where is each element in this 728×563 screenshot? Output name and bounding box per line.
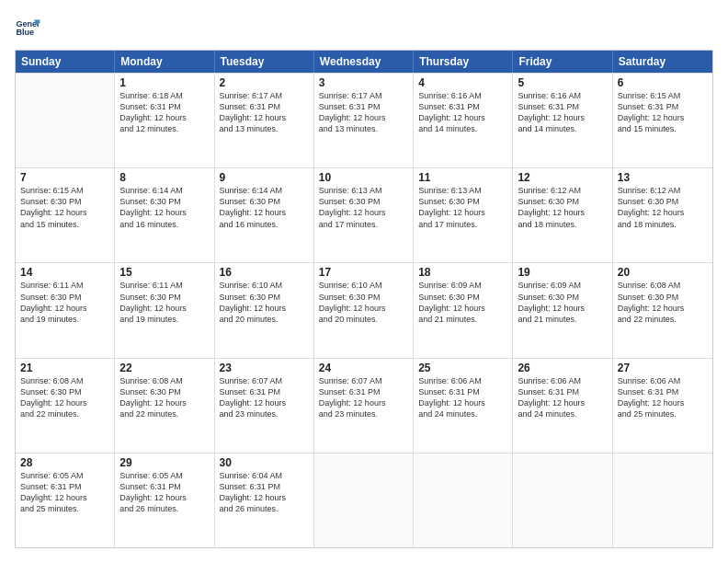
cell-info-line: Sunset: 6:30 PM bbox=[518, 196, 607, 207]
day-number: 11 bbox=[418, 171, 507, 184]
day-number: 21 bbox=[20, 362, 109, 374]
day-cell-1: 1Sunrise: 6:18 AMSunset: 6:31 PMDaylight… bbox=[115, 74, 214, 167]
day-number: 30 bbox=[220, 456, 309, 469]
cell-info-line: Sunrise: 6:13 AM bbox=[418, 185, 507, 196]
day-cell-5: 5Sunrise: 6:16 AMSunset: 6:31 PMDaylight… bbox=[513, 74, 612, 167]
day-cell-22: 22Sunrise: 6:08 AMSunset: 6:30 PMDayligh… bbox=[115, 359, 214, 453]
cell-info-line: Daylight: 12 hours bbox=[220, 492, 309, 503]
cell-info-line: Daylight: 12 hours bbox=[518, 303, 607, 314]
day-cell-9: 9Sunrise: 6:14 AMSunset: 6:30 PMDaylight… bbox=[215, 168, 314, 262]
day-cell-16: 16Sunrise: 6:10 AMSunset: 6:30 PMDayligh… bbox=[215, 263, 314, 357]
cell-info-line: Sunset: 6:30 PM bbox=[618, 292, 708, 303]
cell-info-line: Sunset: 6:31 PM bbox=[319, 101, 408, 112]
cell-info-line: Daylight: 12 hours bbox=[618, 112, 708, 123]
day-cell-8: 8Sunrise: 6:14 AMSunset: 6:30 PMDaylight… bbox=[115, 168, 214, 262]
cell-info-line: and 22 minutes. bbox=[618, 314, 708, 325]
cell-info-line: Sunset: 6:30 PM bbox=[220, 292, 309, 303]
cell-info-line: Sunrise: 6:10 AM bbox=[319, 280, 408, 291]
cell-info-line: Sunrise: 6:08 AM bbox=[119, 375, 209, 386]
day-number: 28 bbox=[20, 456, 109, 469]
cell-info-line: Sunset: 6:31 PM bbox=[518, 101, 607, 112]
cell-info-line: Daylight: 12 hours bbox=[618, 303, 708, 314]
cell-info-line: Sunset: 6:30 PM bbox=[119, 196, 209, 207]
cell-info-line: Daylight: 12 hours bbox=[20, 207, 109, 218]
cell-info-line: Daylight: 12 hours bbox=[319, 397, 408, 408]
day-number: 22 bbox=[119, 362, 209, 374]
cell-info-line: Daylight: 12 hours bbox=[418, 397, 507, 408]
cell-info-line: and 19 minutes. bbox=[20, 314, 109, 325]
header-cell-sunday: Sunday bbox=[16, 51, 115, 73]
cell-info-line: Sunset: 6:30 PM bbox=[418, 292, 507, 303]
cell-info-line: Sunset: 6:31 PM bbox=[618, 386, 708, 397]
cell-info-line: Sunset: 6:31 PM bbox=[220, 481, 309, 492]
cell-info-line: and 23 minutes. bbox=[220, 408, 309, 419]
empty-cell bbox=[513, 454, 612, 547]
cell-info-line: Sunset: 6:31 PM bbox=[220, 386, 309, 397]
day-number: 26 bbox=[518, 362, 607, 374]
cell-info-line: Sunrise: 6:14 AM bbox=[119, 185, 209, 196]
cell-info-line: and 15 minutes. bbox=[618, 123, 708, 134]
day-number: 8 bbox=[119, 171, 209, 184]
empty-cell bbox=[613, 454, 712, 547]
cell-info-line: Sunset: 6:30 PM bbox=[119, 292, 209, 303]
empty-cell bbox=[16, 74, 115, 167]
cell-info-line: Sunrise: 6:18 AM bbox=[119, 90, 209, 101]
day-number: 23 bbox=[220, 362, 309, 374]
empty-cell bbox=[414, 454, 513, 547]
header-cell-tuesday: Tuesday bbox=[215, 51, 314, 73]
calendar: SundayMondayTuesdayWednesdayThursdayFrid… bbox=[15, 50, 713, 548]
day-cell-21: 21Sunrise: 6:08 AMSunset: 6:30 PMDayligh… bbox=[16, 359, 115, 453]
day-number: 15 bbox=[119, 266, 209, 279]
day-cell-10: 10Sunrise: 6:13 AMSunset: 6:30 PMDayligh… bbox=[314, 168, 414, 262]
cell-info-line: Daylight: 12 hours bbox=[518, 112, 607, 123]
cell-info-line: Daylight: 12 hours bbox=[220, 207, 309, 218]
day-number: 9 bbox=[220, 171, 309, 184]
cell-info-line: and 24 minutes. bbox=[418, 408, 507, 419]
day-number: 24 bbox=[319, 362, 408, 374]
day-number: 17 bbox=[319, 266, 408, 279]
cell-info-line: Daylight: 12 hours bbox=[20, 303, 109, 314]
cell-info-line: Sunrise: 6:12 AM bbox=[618, 185, 708, 196]
day-number: 16 bbox=[220, 266, 309, 279]
empty-cell bbox=[314, 454, 414, 547]
cell-info-line: Daylight: 12 hours bbox=[319, 303, 408, 314]
cell-info-line: Sunrise: 6:07 AM bbox=[220, 375, 309, 386]
cell-info-line: Sunset: 6:31 PM bbox=[119, 101, 209, 112]
cell-info-line: and 17 minutes. bbox=[319, 219, 408, 230]
cell-info-line: and 21 minutes. bbox=[518, 314, 607, 325]
cell-info-line: and 23 minutes. bbox=[319, 408, 408, 419]
cell-info-line: and 15 minutes. bbox=[20, 219, 109, 230]
cell-info-line: Sunrise: 6:17 AM bbox=[220, 90, 309, 101]
cell-info-line: and 25 minutes. bbox=[20, 503, 109, 514]
cell-info-line: and 20 minutes. bbox=[220, 314, 309, 325]
day-number: 7 bbox=[20, 171, 109, 184]
cell-info-line: and 21 minutes. bbox=[418, 314, 507, 325]
cell-info-line: and 14 minutes. bbox=[518, 123, 607, 134]
cell-info-line: Sunrise: 6:13 AM bbox=[319, 185, 408, 196]
cell-info-line: Sunset: 6:30 PM bbox=[319, 196, 408, 207]
cell-info-line: Daylight: 12 hours bbox=[119, 112, 209, 123]
cell-info-line: and 26 minutes. bbox=[119, 503, 209, 514]
cell-info-line: Sunset: 6:30 PM bbox=[20, 292, 109, 303]
cell-info-line: Sunrise: 6:15 AM bbox=[618, 90, 708, 101]
day-number: 27 bbox=[618, 362, 708, 374]
day-cell-28: 28Sunrise: 6:05 AMSunset: 6:31 PMDayligh… bbox=[16, 454, 115, 547]
logo: General Blue bbox=[15, 15, 40, 40]
cell-info-line: Sunset: 6:31 PM bbox=[319, 386, 408, 397]
cell-info-line: Sunset: 6:31 PM bbox=[618, 101, 708, 112]
cell-info-line: Daylight: 12 hours bbox=[20, 492, 109, 503]
cell-info-line: and 22 minutes. bbox=[119, 408, 209, 419]
cell-info-line: Sunrise: 6:05 AM bbox=[119, 470, 209, 481]
day-cell-17: 17Sunrise: 6:10 AMSunset: 6:30 PMDayligh… bbox=[314, 263, 414, 357]
day-number: 18 bbox=[418, 266, 507, 279]
cell-info-line: Sunrise: 6:06 AM bbox=[618, 375, 708, 386]
day-cell-19: 19Sunrise: 6:09 AMSunset: 6:30 PMDayligh… bbox=[513, 263, 612, 357]
cell-info-line: and 13 minutes. bbox=[220, 123, 309, 134]
week-row-3: 14Sunrise: 6:11 AMSunset: 6:30 PMDayligh… bbox=[16, 262, 712, 357]
cell-info-line: Sunrise: 6:16 AM bbox=[418, 90, 507, 101]
day-number: 4 bbox=[418, 76, 507, 89]
week-row-2: 7Sunrise: 6:15 AMSunset: 6:30 PMDaylight… bbox=[16, 167, 712, 262]
day-cell-4: 4Sunrise: 6:16 AMSunset: 6:31 PMDaylight… bbox=[414, 74, 513, 167]
cell-info-line: and 24 minutes. bbox=[518, 408, 607, 419]
cell-info-line: and 13 minutes. bbox=[319, 123, 408, 134]
